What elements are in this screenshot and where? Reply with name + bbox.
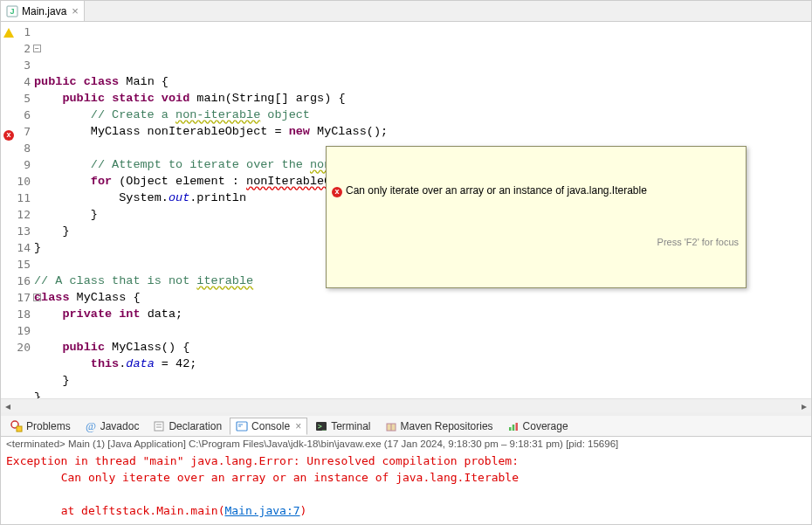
error-marker-icon: x xyxy=(2,125,14,137)
views-tab-bar: Problems@JavadocDeclarationConsole×>_Ter… xyxy=(1,416,811,437)
editor-horizontal-scrollbar[interactable]: ◂ ▸ xyxy=(1,398,811,412)
editor-tab-label: Main.java xyxy=(22,5,66,17)
view-tab-label: Declaration xyxy=(169,420,222,432)
editor-tab-bar: J Main.java × xyxy=(1,1,811,22)
tooltip-message: Can only iterate over an array or an ins… xyxy=(346,183,647,199)
svg-rect-16 xyxy=(512,425,514,431)
view-tab-terminal[interactable]: >_Terminal xyxy=(309,418,376,435)
editor-tab-main[interactable]: J Main.java × xyxy=(1,1,85,21)
view-tab-problems[interactable]: Problems xyxy=(4,418,77,435)
svg-rect-3 xyxy=(17,426,22,432)
stacktrace-link[interactable]: Main.java:7 xyxy=(224,504,299,517)
line-number: 6 xyxy=(1,107,34,123)
view-tab-console[interactable]: Console× xyxy=(230,418,307,435)
view-tab-label: Javadoc xyxy=(100,420,140,432)
line-number: 8 xyxy=(1,140,34,156)
line-number: 4 xyxy=(1,73,34,90)
view-tab-label: Maven Repositories xyxy=(401,420,493,432)
terminal-icon: >_ xyxy=(315,420,327,432)
line-number: 16 xyxy=(1,273,34,289)
code-line[interactable]: this.data = 42; xyxy=(34,356,811,372)
coverage-icon xyxy=(507,420,520,432)
console-header: <terminated> Main (1) [Java Application]… xyxy=(1,437,811,451)
line-number: 2− xyxy=(1,40,34,57)
code-line[interactable]: } xyxy=(34,372,811,389)
code-area[interactable]: public class Main { public static void m… xyxy=(34,22,811,398)
code-line[interactable] xyxy=(34,322,811,339)
error-tooltip: x Can only iterate over an array or an i… xyxy=(326,146,747,288)
code-line[interactable]: public class Main { xyxy=(34,73,811,90)
code-line[interactable]: public static void main(String[] args) { xyxy=(34,90,811,107)
line-number: 5 xyxy=(1,90,34,107)
view-tab-label: Terminal xyxy=(331,420,370,432)
line-number: 7x xyxy=(1,123,34,140)
warning-marker-icon xyxy=(2,25,14,38)
line-number: 17− xyxy=(1,289,34,306)
close-icon[interactable]: × xyxy=(72,4,79,17)
close-icon[interactable]: × xyxy=(295,420,301,432)
line-number: 20 xyxy=(1,339,34,356)
error-icon: x xyxy=(332,183,342,199)
svg-rect-8 xyxy=(237,422,247,431)
console-output[interactable]: Exception in thread "main" java.lang.Err… xyxy=(1,451,811,524)
view-tab-javadoc[interactable]: @Javadoc xyxy=(79,418,146,435)
scroll-right-icon[interactable]: ▸ xyxy=(797,399,811,413)
problems-icon xyxy=(10,420,23,432)
code-line[interactable]: } xyxy=(34,389,811,398)
javadoc-icon: @ xyxy=(85,420,97,432)
line-number: 14 xyxy=(1,239,34,256)
view-tab-maven[interactable]: Maven Repositories xyxy=(379,418,499,435)
line-number: 11 xyxy=(1,190,34,206)
code-line[interactable]: public MyClass() { xyxy=(34,339,811,356)
line-number-gutter: 12−34567x891011121314151617−181920 xyxy=(1,22,34,398)
code-line[interactable]: MyClass nonIterableObject = new MyClass(… xyxy=(34,123,811,140)
code-line[interactable]: // Create a non-iterable object xyxy=(34,107,811,123)
line-number: 1 xyxy=(1,24,34,40)
java-file-icon: J xyxy=(6,5,18,17)
line-number: 12 xyxy=(1,206,34,223)
code-editor[interactable]: 12−34567x891011121314151617−181920 publi… xyxy=(1,22,811,398)
svg-text:>_: >_ xyxy=(318,423,327,431)
line-number: 13 xyxy=(1,223,34,239)
console-icon xyxy=(236,420,248,432)
maven-icon xyxy=(385,420,397,432)
declaration-icon xyxy=(153,420,165,432)
view-tab-declaration[interactable]: Declaration xyxy=(147,418,228,435)
svg-text:@: @ xyxy=(86,420,96,432)
view-tab-coverage[interactable]: Coverage xyxy=(501,418,575,435)
svg-text:J: J xyxy=(10,7,14,16)
svg-rect-5 xyxy=(155,422,163,431)
view-tab-label: Coverage xyxy=(523,420,568,432)
line-number: 9 xyxy=(1,156,34,173)
svg-rect-17 xyxy=(515,423,518,431)
svg-rect-15 xyxy=(509,427,512,431)
line-number: 18 xyxy=(1,306,34,322)
line-number: 3 xyxy=(1,57,34,73)
code-line[interactable]: private int data; xyxy=(34,306,811,322)
code-line[interactable]: class MyClass { xyxy=(34,289,811,306)
view-tab-label: Problems xyxy=(26,420,71,432)
line-number: 15 xyxy=(1,256,34,273)
line-number: 10 xyxy=(1,173,34,190)
scroll-left-icon[interactable]: ◂ xyxy=(1,399,15,413)
tooltip-hint: Press 'F2' for focus xyxy=(330,233,742,252)
line-number: 19 xyxy=(1,322,34,339)
view-tab-label: Console xyxy=(251,420,290,432)
bottom-panel: Problems@JavadocDeclarationConsole×>_Ter… xyxy=(1,412,811,524)
